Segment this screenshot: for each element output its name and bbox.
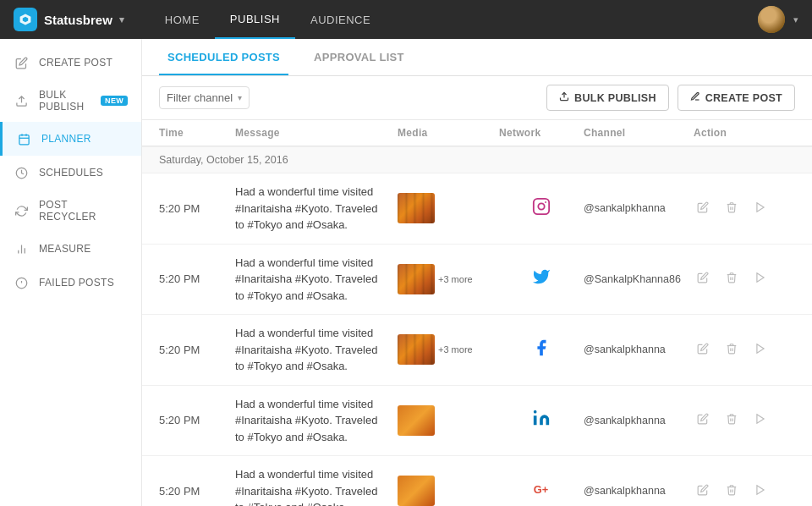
nav-audience[interactable]: AUDIENCE xyxy=(295,0,386,39)
linkedin-icon xyxy=(532,409,551,432)
sidebar-item-planner[interactable]: PLANNER xyxy=(0,122,141,156)
svg-marker-16 xyxy=(757,203,764,212)
main-layout: CREATE POST BULK PUBLISH NEW xyxy=(0,39,812,506)
sidebar: CREATE POST BULK PUBLISH NEW xyxy=(0,39,142,506)
sidebar-item-failed-posts[interactable]: FAILED POSTS xyxy=(0,266,141,300)
channel-cell: @sankalpkhanna xyxy=(584,415,694,426)
table-row: 5:20 PM Had a wonderful time visited #In… xyxy=(142,173,812,245)
sidebar-item-bulk-publish[interactable]: BULK PUBLISH NEW xyxy=(0,80,141,122)
warning-icon xyxy=(14,275,29,290)
edit-action-icon[interactable] xyxy=(694,481,712,502)
media-cell: +3 more xyxy=(398,334,499,365)
media-thumbnail[interactable] xyxy=(398,405,435,436)
bar-chart-icon xyxy=(14,241,29,256)
channel-cell: @sankalpkhanna xyxy=(584,485,694,497)
action-cell xyxy=(694,410,795,431)
delete-action-icon[interactable] xyxy=(722,268,741,289)
facebook-icon xyxy=(532,338,551,361)
tab-scheduled-posts[interactable]: SCHEDULED POSTS xyxy=(159,39,288,75)
action-cell xyxy=(694,481,795,502)
svg-rect-1 xyxy=(19,135,28,144)
sidebar-label-create-post: CREATE POST xyxy=(39,57,112,69)
col-media: Media xyxy=(398,127,499,139)
table-row: 5:20 PM Had a wonderful time visited #In… xyxy=(142,245,812,316)
table-row: 5:20 PM Had a wonderful time visited #In… xyxy=(142,315,812,386)
tab-approval-list[interactable]: APPROVAL LIST xyxy=(305,39,413,75)
svg-point-20 xyxy=(534,410,537,414)
sidebar-label-planner: PLANNER xyxy=(41,133,91,145)
sidebar-item-post-recycler[interactable]: POST RECYCLER xyxy=(0,190,141,232)
top-nav: Statusbrew ▾ HOME PUBLISH AUDIENCE ▾ xyxy=(0,0,812,39)
nav-home[interactable]: HOME xyxy=(150,0,215,39)
nav-right: ▾ xyxy=(758,6,798,33)
post-time: 5:20 PM xyxy=(159,414,235,426)
twitter-icon xyxy=(532,267,551,290)
filter-channel-dropdown[interactable]: Filter channel ▾ xyxy=(159,86,250,109)
sidebar-item-schedules[interactable]: SCHEDULES xyxy=(0,156,141,190)
media-thumbnail[interactable] xyxy=(398,193,435,223)
send-action-icon[interactable] xyxy=(751,268,770,289)
brand-chevron-icon[interactable]: ▾ xyxy=(119,14,124,25)
pencil-icon xyxy=(690,91,700,104)
svg-text:G+: G+ xyxy=(534,482,548,495)
sidebar-label-measure: MEASURE xyxy=(39,243,91,255)
content: SCHEDULED POSTS APPROVAL LIST Filter cha… xyxy=(142,39,812,506)
media-more: +3 more xyxy=(438,344,473,355)
send-action-icon[interactable] xyxy=(751,198,770,219)
delete-action-icon[interactable] xyxy=(722,198,741,219)
channel-cell: @sankalpkhanna xyxy=(584,202,694,214)
sidebar-label-bulk-publish: BULK PUBLISH xyxy=(39,89,87,113)
action-cell xyxy=(694,198,795,219)
svg-marker-18 xyxy=(757,344,764,354)
media-thumbnail[interactable] xyxy=(398,334,435,365)
media-thumbnail[interactable] xyxy=(398,476,435,506)
delete-action-icon[interactable] xyxy=(722,410,741,431)
bulk-publish-button[interactable]: BULK PUBLISH xyxy=(546,85,669,111)
filter-label: Filter channel xyxy=(167,91,233,104)
sidebar-label-schedules: SCHEDULES xyxy=(39,167,103,179)
badge-new: NEW xyxy=(101,96,128,106)
create-post-button[interactable]: CREATE POST xyxy=(678,85,795,111)
svg-rect-19 xyxy=(534,416,537,426)
post-time: 5:20 PM xyxy=(159,272,235,285)
post-time: 5:20 PM xyxy=(159,485,235,498)
create-post-label: CREATE POST xyxy=(705,92,782,104)
sidebar-label-post-recycler: POST RECYCLER xyxy=(39,199,128,223)
send-action-icon[interactable] xyxy=(751,339,770,360)
avatar[interactable] xyxy=(758,6,785,33)
clock-icon xyxy=(14,165,29,180)
bulk-publish-label: BULK PUBLISH xyxy=(574,92,656,104)
delete-action-icon[interactable] xyxy=(722,339,741,360)
col-action: Action xyxy=(694,127,795,139)
edit-action-icon[interactable] xyxy=(694,339,712,360)
svg-point-14 xyxy=(538,203,544,209)
post-time: 5:20 PM xyxy=(159,202,235,215)
nav-publish[interactable]: PUBLISH xyxy=(215,0,295,39)
sidebar-label-failed-posts: FAILED POSTS xyxy=(39,277,114,289)
edit-icon xyxy=(14,55,29,70)
sidebar-item-create-post[interactable]: CREATE POST xyxy=(0,46,141,80)
network-cell xyxy=(499,338,584,361)
date-row: Saturday, October 15, 2016 xyxy=(142,146,812,173)
edit-action-icon[interactable] xyxy=(694,410,712,431)
toolbar-right: BULK PUBLISH CREATE POST xyxy=(546,85,795,111)
avatar-chevron-icon[interactable]: ▾ xyxy=(793,14,798,25)
brand-logo xyxy=(14,8,37,31)
action-cell xyxy=(694,339,795,360)
network-cell xyxy=(499,267,584,290)
send-action-icon[interactable] xyxy=(751,410,770,431)
col-time: Time xyxy=(159,127,235,139)
send-action-icon[interactable] xyxy=(751,481,770,502)
media-cell xyxy=(398,405,499,436)
edit-action-icon[interactable] xyxy=(694,198,712,219)
tabs-bar: SCHEDULED POSTS APPROVAL LIST xyxy=(142,39,812,76)
delete-action-icon[interactable] xyxy=(722,481,741,502)
edit-action-icon[interactable] xyxy=(694,268,712,289)
table-row: 5:20 PM Had a wonderful time visited #In… xyxy=(142,456,812,506)
media-thumbnail[interactable] xyxy=(398,264,435,294)
sidebar-item-measure[interactable]: MEASURE xyxy=(0,232,141,266)
col-network: Network xyxy=(499,127,584,139)
brand[interactable]: Statusbrew ▾ xyxy=(14,8,124,31)
brand-name: Statusbrew xyxy=(44,13,112,27)
googleplus-icon: G+ xyxy=(532,480,551,503)
